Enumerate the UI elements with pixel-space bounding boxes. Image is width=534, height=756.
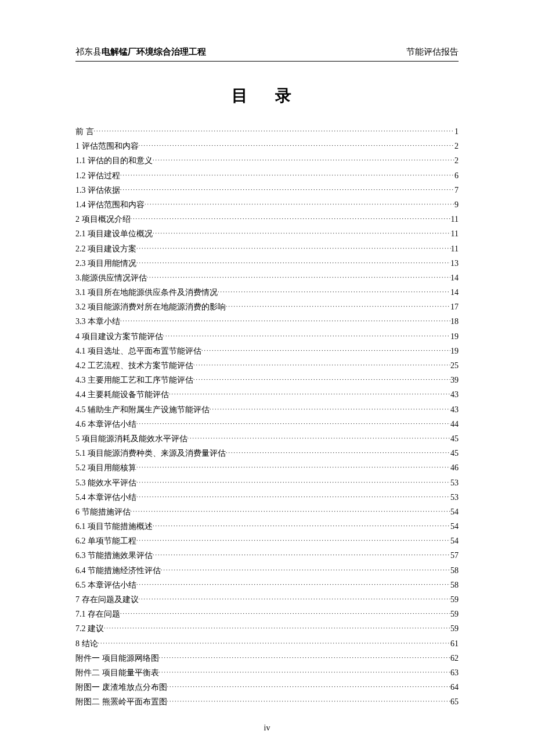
toc-entry: 3.能源供应情况评估14 xyxy=(75,271,459,285)
toc-entry: 4.6 本章评估小结44 xyxy=(75,417,459,431)
toc-entry: 3.2 项目能源消费对所在地能源消费的影响17 xyxy=(75,300,459,314)
toc-leader-dots xyxy=(187,433,451,444)
toc-leader-dots xyxy=(210,404,450,415)
toc-entry-page: 45 xyxy=(450,446,459,460)
toc-entry: 5.2 项目用能核算46 xyxy=(75,460,459,475)
toc-entry: 6.1 项目节能措施概述54 xyxy=(75,519,459,534)
toc-entry-label: 8 结论 xyxy=(75,636,98,651)
toc-entry: 4.4 主要耗能设备节能评估43 xyxy=(75,387,459,402)
toc-leader-dots xyxy=(218,287,450,297)
toc-entry-page: 43 xyxy=(450,402,459,417)
toc-entry-page: 54 xyxy=(450,505,459,519)
toc-leader-dots xyxy=(226,448,450,458)
toc-entry-label: 2 项目概况介绍 xyxy=(75,212,131,226)
toc-entry: 附件二 项目能量平衡表63 xyxy=(75,665,459,680)
toc-entry-label: 6.5 本章评估小结 xyxy=(75,578,136,592)
toc-entry-page: 57 xyxy=(450,548,459,563)
toc-entry: 6.3 节能措施效果评估57 xyxy=(75,548,459,563)
toc-entry-label: 6.2 单项节能工程 xyxy=(75,534,136,548)
toc-entry: 7.1 存在问题59 xyxy=(75,607,459,621)
toc-entry-label: 1 评估范围和内容 xyxy=(75,139,139,153)
toc-leader-dots xyxy=(147,272,451,283)
toc-entry-page: 2 xyxy=(454,139,459,153)
toc-entry: 7.2 建议59 xyxy=(75,621,459,636)
toc-entry-page: 43 xyxy=(450,387,459,402)
header-prefix: 祁东县 xyxy=(75,47,102,56)
toc-entry: 1.2 评估过程6 xyxy=(75,168,459,183)
toc-entry-page: 13 xyxy=(450,256,459,271)
toc-leader-dots xyxy=(120,609,450,619)
toc-entry-page: 6 xyxy=(454,168,459,183)
toc-entry-page: 54 xyxy=(450,519,459,534)
toc-leader-dots xyxy=(169,389,450,399)
toc-entry-page: 58 xyxy=(450,563,459,578)
document-page: 祁东县电解锰厂环境综合治理工程 节能评估报告 目 录 前 言11 评估范围和内容… xyxy=(0,0,534,756)
toc-leader-dots xyxy=(153,228,451,239)
toc-entry: 4.5 辅助生产和附属生产设施节能评估43 xyxy=(75,402,459,417)
toc-leader-dots xyxy=(136,258,450,268)
toc-entry-page: 65 xyxy=(450,694,459,709)
toc-leader-dots xyxy=(131,214,451,224)
toc-entry-page: 54 xyxy=(450,534,459,548)
toc-leader-dots xyxy=(139,594,451,604)
toc-entry-page: 58 xyxy=(450,578,459,592)
toc-entry: 7 存在问题及建议59 xyxy=(75,592,459,607)
toc-entry-label: 4.3 主要用能工艺和工序节能评估 xyxy=(75,373,193,387)
toc-leader-dots xyxy=(193,375,450,385)
toc-entry-label: 附图二 熊罴岭平面布置图 xyxy=(75,694,167,709)
toc-entry: 6.2 单项节能工程54 xyxy=(75,534,459,548)
toc-leader-dots xyxy=(136,579,450,590)
toc-entry-label: 3.1 项目所在地能源供应条件及消费情况 xyxy=(75,285,218,300)
toc-entry: 4.1 项目选址、总平面布置节能评估19 xyxy=(75,344,459,358)
toc-entry: 5 项目能源消耗及能效水平评估45 xyxy=(75,431,459,446)
toc-entry-page: 11 xyxy=(451,226,459,241)
toc-leader-dots xyxy=(159,667,451,678)
toc-entry-label: 1.1 评估的目的和意义 xyxy=(75,153,153,168)
toc-entry-label: 5.2 项目用能核算 xyxy=(75,460,136,475)
toc-entry-page: 45 xyxy=(450,431,459,446)
toc-entry: 5.1 项目能源消费种类、来源及消费量评估45 xyxy=(75,446,459,460)
toc-entry-page: 61 xyxy=(450,636,459,651)
toc-entry-page: 59 xyxy=(450,621,459,636)
toc-leader-dots xyxy=(167,696,451,707)
toc-entry-page: 64 xyxy=(450,680,459,694)
toc-entry-label: 4.5 辅助生产和附属生产设施节能评估 xyxy=(75,402,210,417)
toc-entry-label: 1.3 评估依据 xyxy=(75,183,120,197)
toc-entry-label: 4.6 本章评估小结 xyxy=(75,417,136,431)
toc-entry: 2 项目概况介绍11 xyxy=(75,212,459,226)
toc-leader-dots xyxy=(193,360,450,370)
toc-entry-page: 14 xyxy=(450,271,459,285)
toc-entry: 6.5 本章评估小结58 xyxy=(75,578,459,592)
toc-entry: 2.2 项目建设方案11 xyxy=(75,242,459,256)
toc-title: 目 录 xyxy=(75,85,459,107)
toc-entry-label: 3.2 项目能源消费对所在地能源消费的影响 xyxy=(75,300,226,314)
toc-entry: 附件一 项目能源网络图62 xyxy=(75,651,459,665)
toc-leader-dots xyxy=(159,653,451,663)
toc-entry-page: 59 xyxy=(450,607,459,621)
toc-entry-page: 44 xyxy=(450,417,459,431)
toc-entry-page: 46 xyxy=(450,460,459,475)
toc-list: 前 言11 评估范围和内容21.1 评估的目的和意义21.2 评估过程61.3 … xyxy=(75,124,459,710)
toc-entry-label: 3.能源供应情况评估 xyxy=(75,271,147,285)
toc-leader-dots xyxy=(136,462,450,473)
toc-leader-dots xyxy=(104,623,450,633)
toc-leader-dots xyxy=(98,638,451,649)
toc-entry-page: 63 xyxy=(450,665,459,680)
toc-entry: 6.4 节能措施经济性评估58 xyxy=(75,563,459,578)
header-title-bold: 电解锰厂环境综合治理工程 xyxy=(102,47,206,56)
toc-leader-dots xyxy=(120,185,454,195)
toc-leader-dots xyxy=(161,565,450,575)
toc-entry-label: 附件一 项目能源网络图 xyxy=(75,651,159,665)
toc-entry-label: 5.1 项目能源消费种类、来源及消费量评估 xyxy=(75,446,226,460)
toc-leader-dots xyxy=(120,170,454,181)
toc-leader-dots xyxy=(139,141,455,151)
toc-leader-dots xyxy=(136,492,450,502)
header-right: 节能评估报告 xyxy=(406,46,459,57)
toc-entry-label: 6.1 项目节能措施概述 xyxy=(75,519,153,534)
toc-leader-dots xyxy=(136,419,450,429)
toc-entry-page: 14 xyxy=(450,285,459,300)
toc-entry-label: 4.4 主要耗能设备节能评估 xyxy=(75,387,169,402)
toc-entry: 3.3 本章小结18 xyxy=(75,314,459,329)
toc-entry-page: 59 xyxy=(450,592,459,607)
toc-entry-label: 4.2 工艺流程、技术方案节能评估 xyxy=(75,358,193,373)
